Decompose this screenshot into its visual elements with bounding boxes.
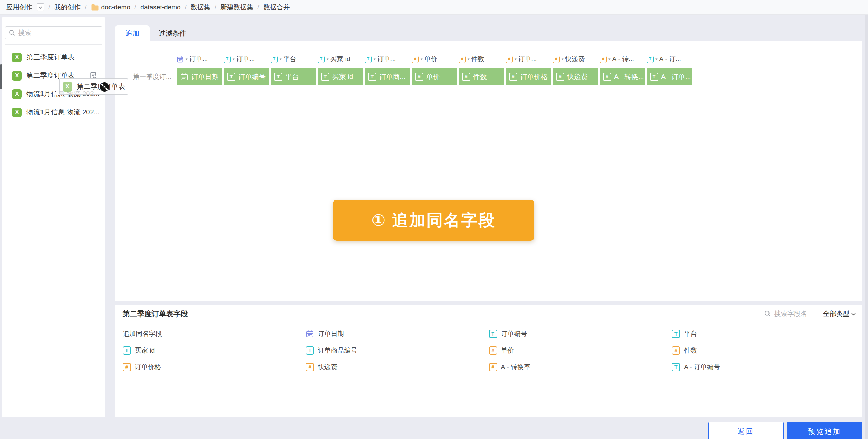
field-dropdown-caret[interactable]: ▾	[562, 57, 564, 62]
result-field[interactable]: #▾ 单价	[412, 55, 459, 64]
table-field-item[interactable]: 订单日期	[306, 326, 489, 342]
result-field-label: 单价	[424, 55, 437, 64]
field-dropdown-caret[interactable]: ▾	[280, 57, 282, 62]
result-field-label: 订单...	[518, 55, 537, 64]
field-dropdown-caret[interactable]: ▾	[327, 57, 329, 62]
field-dropdown-caret[interactable]: ▾	[468, 57, 470, 62]
mapped-field-chip[interactable]: #单价	[412, 68, 457, 85]
number-type-icon: #	[459, 56, 466, 63]
field-dropdown-caret[interactable]: ▾	[608, 57, 611, 62]
table-field-item[interactable]: #单价	[489, 342, 672, 359]
mapped-field-chip[interactable]: T订单商...	[365, 68, 410, 85]
breadcrumb-item[interactable]: 数据集	[191, 3, 210, 12]
type-filter-value: 全部类型	[823, 309, 849, 318]
sidebar-scrollbar-thumb[interactable]	[0, 64, 2, 89]
mapped-field-chip[interactable]: #A - 转换...	[600, 68, 645, 85]
table-field-label: 追加同名字段	[123, 329, 162, 338]
table-field-item[interactable]: T订单编号	[489, 326, 672, 342]
result-field-label: 快递费	[565, 55, 585, 64]
result-field[interactable]: T▾ 订单...	[365, 55, 412, 64]
number-type-icon: #	[506, 56, 513, 63]
type-filter-dropdown[interactable]: 全部类型	[823, 309, 855, 318]
mapped-field-chip[interactable]: TA - 订单...	[647, 68, 692, 85]
field-dropdown-caret[interactable]: ▾	[515, 57, 517, 62]
preview-append-button[interactable]: 预览追加	[787, 422, 862, 439]
number-type-icon: #	[600, 56, 607, 63]
field-search-input[interactable]: 搜索字段名	[764, 309, 807, 318]
field-dropdown-caret[interactable]: ▾	[233, 57, 235, 62]
number-type-icon: #	[553, 56, 560, 63]
search-input[interactable]: 搜索	[5, 26, 102, 39]
breadcrumb-item[interactable]: 应用创作	[6, 3, 32, 12]
table-field-item[interactable]: TA - 订单编号	[672, 359, 855, 375]
result-field[interactable]: #▾ 快递费	[553, 55, 600, 64]
field-dropdown-caret[interactable]: ▾	[421, 57, 423, 62]
text-type-icon: T	[224, 56, 231, 63]
chip-label: 件数	[473, 72, 487, 82]
text-type-icon: T	[123, 346, 131, 355]
chip-label: 订单商...	[379, 72, 406, 82]
number-type-icon: #	[415, 73, 423, 81]
breadcrumb-item[interactable]: 我的创作	[54, 3, 81, 12]
number-type-icon: #	[672, 346, 680, 355]
field-dropdown-caret[interactable]: ▾	[655, 57, 658, 62]
number-type-icon: #	[489, 346, 497, 355]
table-field-item[interactable]: T订单商品编号	[306, 342, 489, 359]
chip-label: 订单价格	[520, 72, 548, 82]
text-type-icon: T	[318, 56, 325, 63]
breadcrumb-separator: /	[215, 3, 216, 11]
dataset-list-item[interactable]: X 第三季度订单表	[5, 48, 102, 66]
result-field[interactable]: #▾ 订单...	[506, 55, 553, 64]
merge-tabs: 追加 过滤条件	[115, 25, 195, 41]
mapped-field-chip[interactable]: T平台	[271, 68, 316, 85]
breadcrumb-item[interactable]: 数据合并	[263, 3, 290, 12]
result-field-label: 平台	[283, 55, 296, 64]
result-field[interactable]: T▾ A - 订...	[647, 55, 694, 64]
result-field[interactable]: #▾ A - 转...	[600, 55, 647, 64]
calendar-icon	[177, 56, 184, 63]
mapped-field-chip[interactable]: #件数	[459, 68, 504, 85]
table-field-item[interactable]: #订单价格	[123, 359, 306, 375]
table-field-item[interactable]: #件数	[672, 342, 855, 359]
window-scrollbar[interactable]	[865, 15, 868, 439]
result-field[interactable]: T▾ 订单...	[224, 55, 271, 64]
mapped-field-chip[interactable]: #快递费	[553, 68, 598, 85]
result-field[interactable]: #▾ 件数	[459, 55, 506, 64]
tab-append[interactable]: 追加	[115, 25, 150, 41]
field-search-placeholder: 搜索字段名	[774, 309, 807, 318]
tab-filter-condition[interactable]: 过滤条件	[150, 25, 195, 41]
mapped-field-chip[interactable]: #订单价格	[506, 68, 551, 85]
table-field-item[interactable]: T平台	[672, 326, 855, 342]
dataset-list-item[interactable]: X 物流1月信息 物流 202...	[5, 103, 102, 121]
result-field-label: 件数	[471, 55, 484, 64]
top-bar: 应用创作/我的创作/ doc-demo/dataset-demo/数据集/新建数…	[0, 0, 868, 15]
text-type-icon: T	[274, 73, 282, 81]
number-type-icon: #	[306, 363, 314, 371]
calendar-icon	[306, 330, 314, 338]
result-field-label: 订单...	[236, 55, 255, 64]
table-field-item[interactable]: T买家 id	[123, 342, 306, 359]
number-type-icon: #	[509, 73, 517, 81]
result-field-label: 订单...	[377, 55, 396, 64]
field-dropdown-caret[interactable]: ▾	[374, 57, 376, 62]
breadcrumb-item[interactable]: 新建数据集	[220, 3, 253, 12]
result-field[interactable]: ▾ 订单...	[177, 55, 224, 64]
chip-label: A - 订单...	[661, 72, 691, 82]
result-field[interactable]: T▾ 买家 id	[318, 55, 365, 64]
field-dropdown-caret[interactable]: ▾	[186, 57, 188, 62]
table-field-item[interactable]: #快递费	[306, 359, 489, 375]
table-field-item[interactable]: 追加同名字段	[123, 326, 306, 342]
back-button[interactable]: 返回	[708, 422, 784, 439]
table-field-label: A - 转换率	[501, 363, 531, 372]
mapped-field-chip[interactable]: T买家 id	[318, 68, 363, 85]
fields-grid: 追加同名字段 订单日期T订单编号T平台T买家 idT订单商品编号#单价#件数#订…	[115, 323, 862, 375]
breadcrumb-item[interactable]: dataset-demo	[140, 3, 180, 11]
mapped-field-chip[interactable]: 订单日期	[177, 68, 222, 85]
breadcrumb-item[interactable]: doc-demo	[101, 3, 131, 11]
drag-ghost: X 第二季度订单表	[59, 78, 128, 95]
mapped-field-chip[interactable]: T订单编号	[224, 68, 269, 85]
table-field-item[interactable]: #A - 转换率	[489, 359, 672, 375]
workspace-dropdown[interactable]	[37, 3, 44, 11]
result-field[interactable]: T▾ 平台	[271, 55, 318, 64]
number-type-icon: #	[603, 73, 611, 81]
